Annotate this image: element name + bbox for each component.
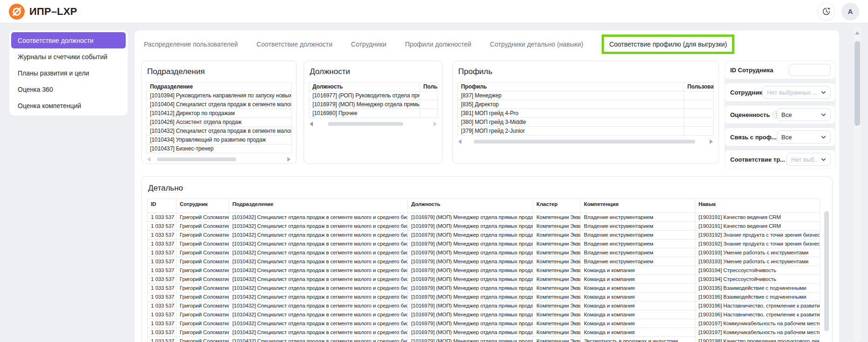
scroll-right-icon[interactable] xyxy=(287,157,291,162)
main-panel: Распределение пользователейСоответствие … xyxy=(135,30,839,342)
cell[interactable] xyxy=(420,100,438,109)
scroll-right-icon[interactable] xyxy=(434,122,437,126)
page-scrollbar[interactable] xyxy=(854,26,861,342)
cell[interactable]: [1010404] Специалист отдела продаж в сег… xyxy=(147,100,292,109)
cell: [1016979] (МОП) Менеджер отдела прямых п… xyxy=(408,293,533,301)
cell[interactable]: [1010394] Руководитель направления по за… xyxy=(147,91,292,100)
scroll-track[interactable] xyxy=(464,140,707,144)
cell: 1 033 537 xyxy=(148,275,176,284)
cell: Экспертность в продажах и индустрии xyxy=(581,337,695,342)
scroll-left-icon[interactable] xyxy=(147,157,150,162)
cell[interactable]: [1010432] Специалист отдела продаж в сег… xyxy=(147,127,292,136)
list-row[interactable]: [1010404] Специалист отдела продаж в сег… xyxy=(147,100,292,109)
list-row[interactable]: [1010434] Управляющий по развитию продаж xyxy=(147,136,292,144)
list-row[interactable]: [835] Директор xyxy=(458,100,714,109)
scroll-track[interactable] xyxy=(315,122,431,126)
scroll-thumb[interactable] xyxy=(474,140,695,144)
cell: [1016979] (МОП) Менеджер отдела прямых п… xyxy=(408,239,533,248)
cell[interactable] xyxy=(684,100,714,109)
cell: Компетенции Эквио xyxy=(533,231,581,239)
tab[interactable]: Соответствие должности xyxy=(257,41,332,48)
help-icon[interactable]: ? xyxy=(773,111,777,118)
list-row[interactable]: [837] Менеджер xyxy=(458,91,714,100)
column-header: Поль xyxy=(420,82,438,91)
avatar[interactable]: A xyxy=(841,3,859,21)
list-row[interactable]: [1016979] (МОП) Менеджер отдела прямых п… xyxy=(309,100,438,109)
cell: [1010432] Специалист отдела продаж в сег… xyxy=(229,248,408,257)
list-row[interactable]: [379] МОП грейд 2-Junior xyxy=(458,127,714,136)
filter-select[interactable]: Все xyxy=(777,130,831,144)
cell[interactable]: [1010437] Бизнес-тренер xyxy=(147,144,292,153)
cell[interactable]: [1016977] (РОП) Руководитель отдела прям… xyxy=(309,91,420,100)
horizontal-scrollbar[interactable] xyxy=(146,157,292,162)
scroll-up-icon[interactable] xyxy=(855,31,860,34)
list-row[interactable]: [1016980] Прочее xyxy=(309,109,438,118)
cell: 1 033 537 xyxy=(148,222,176,231)
list-row[interactable]: [1010426] Ассистент отдела продаж xyxy=(147,118,292,127)
sidebar-item[interactable]: Оценка компетенций xyxy=(11,97,126,114)
panel-departments: Подразделения Подразделение[1010394] Рук… xyxy=(141,61,297,164)
list-row[interactable]: [381] МОП грейд 4-Pro xyxy=(458,109,714,118)
scroll-thumb[interactable] xyxy=(328,122,403,126)
column-header: Компетенция xyxy=(581,199,695,213)
cell[interactable]: [1010426] Ассистент отдела продаж xyxy=(147,118,292,127)
column-header: Подразделение xyxy=(147,82,292,91)
list-row[interactable]: [1016977] (РОП) Руководитель отдела прям… xyxy=(309,91,438,100)
tab[interactable]: Сотрудники детально (навыки) xyxy=(490,41,583,48)
sidebar-item[interactable]: Журналы и счетчики событий xyxy=(11,48,126,65)
app-logo[interactable]: ИПР–LXP xyxy=(9,4,77,20)
scroll-thumb[interactable] xyxy=(824,211,829,331)
sidebar-item[interactable]: Соответствие должности xyxy=(11,32,126,48)
cell[interactable]: [379] МОП грейд 2-Junior xyxy=(458,127,684,136)
scroll-right-icon[interactable] xyxy=(710,139,713,144)
filter-select[interactable]: Нет выб... xyxy=(787,153,831,166)
cell[interactable] xyxy=(684,91,714,100)
list-row[interactable]: [1010394] Руководитель направления по за… xyxy=(147,91,292,100)
tab[interactable]: Соответствие профилю (для выгрузки) xyxy=(602,34,734,54)
scroll-left-icon[interactable] xyxy=(458,139,461,144)
sidebar-item[interactable]: Оценка 360 xyxy=(11,81,126,97)
scroll-left-icon[interactable] xyxy=(310,122,313,126)
table-row: 1 033 537Григорий Соломатин[1010432] Спе… xyxy=(148,213,820,222)
list-row[interactable]: [1010432] Специалист отдела продаж в сег… xyxy=(147,127,292,136)
tab[interactable]: Сотрудники xyxy=(351,41,387,48)
cell: Владение инструментарием xyxy=(581,239,695,248)
detail-scrollbar[interactable] xyxy=(824,211,829,342)
panel-title: Профиль xyxy=(458,67,713,76)
cell: 1 033 537 xyxy=(148,319,176,328)
cell[interactable] xyxy=(684,118,714,127)
cell[interactable]: [1016979] (МОП) Менеджер отдела прямых п… xyxy=(309,100,420,109)
horizontal-scrollbar[interactable] xyxy=(309,122,438,126)
list-row[interactable]: [380] МОП грейд 3-Middle xyxy=(458,118,714,127)
scroll-track[interactable] xyxy=(153,157,285,161)
list-row[interactable]: [1010437] Бизнес-тренер xyxy=(147,144,292,153)
cell[interactable] xyxy=(420,109,438,118)
cell: Григорий Соломатин xyxy=(176,293,229,301)
history-button[interactable] xyxy=(817,3,835,21)
cell[interactable]: [1010412] Директор по продажам xyxy=(147,109,292,118)
tab[interactable]: Распределение пользователей xyxy=(144,41,238,48)
sidebar-item[interactable]: Планы развития и цели xyxy=(11,65,126,81)
cell: [1903193] Умение работать с инструментам… xyxy=(695,248,820,257)
cell[interactable] xyxy=(684,127,714,136)
cell: Владение инструментарием xyxy=(581,248,695,257)
list-row[interactable]: [1010412] Директор по продажам xyxy=(147,109,292,118)
cell[interactable]: [381] МОП грейд 4-Pro xyxy=(458,109,684,118)
scroll-thumb[interactable] xyxy=(854,41,860,126)
filter-select[interactable]: Все xyxy=(777,108,831,121)
tab[interactable]: Профили должностей xyxy=(405,41,471,48)
cell[interactable]: [380] МОП грейд 3-Middle xyxy=(458,118,684,127)
cell[interactable] xyxy=(684,109,714,118)
filter-input[interactable] xyxy=(789,64,831,76)
app-title: ИПР–LXP xyxy=(29,6,77,18)
cell[interactable]: [837] Менеджер xyxy=(458,91,684,100)
cell[interactable]: [1016980] Прочее xyxy=(309,109,420,118)
cell[interactable]: [835] Директор xyxy=(458,100,684,109)
scroll-thumb[interactable] xyxy=(157,157,236,161)
filter-select[interactable]: Нет выбранных ... xyxy=(762,86,831,99)
cell[interactable] xyxy=(420,91,438,100)
cell: [1903196] Наставничество, стремление к р… xyxy=(695,301,820,310)
horizontal-scrollbar[interactable] xyxy=(457,139,714,144)
cell[interactable]: [1010434] Управляющий по развитию продаж xyxy=(147,136,292,144)
cell: Григорий Соломатин xyxy=(176,284,229,293)
